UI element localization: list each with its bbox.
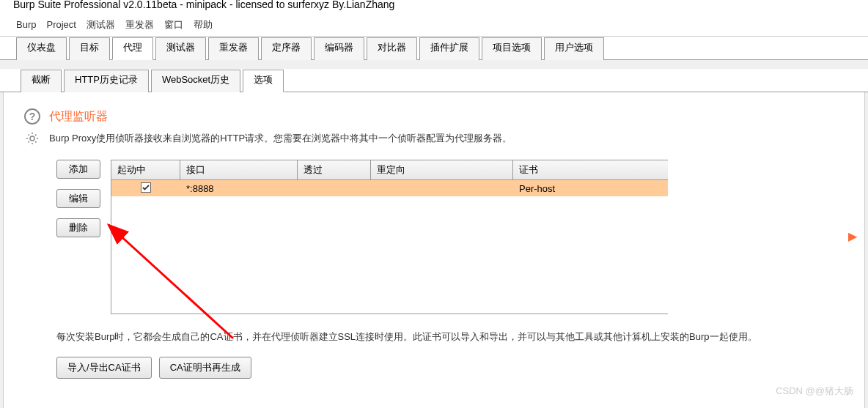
tab-proxy[interactable]: 代理 [112, 37, 153, 60]
td-interface: *:8888 [180, 182, 298, 196]
section-description: Burp Proxy使用侦听器接收来自浏览器的HTTP请求。您需要在浏览器中将其… [49, 132, 512, 145]
sub-tabs: 截断 HTTP历史记录 WebSocket历史 选项 [0, 69, 868, 92]
tab-tester[interactable]: 测试器 [155, 37, 206, 60]
tab-repeater[interactable]: 重发器 [208, 37, 259, 60]
table-empty-area [111, 196, 668, 314]
regenerate-ca-button[interactable]: CA证明书再生成 [159, 357, 251, 379]
td-certificate: Per-host [513, 182, 667, 196]
tab-project-options[interactable]: 项目选项 [482, 37, 542, 60]
ca-description: 每次安装Burp时，它都会生成自己的CA证书，并在代理侦听器建立SSL连接时使用… [56, 330, 844, 344]
menu-burp[interactable]: Burp [16, 19, 36, 30]
add-button[interactable]: 添加 [56, 160, 100, 179]
section-title: 代理监听器 [49, 109, 108, 125]
listener-panel: 添加 编辑 删除 起动中 接口 透过 重定向 证书 *:8888 [56, 160, 844, 314]
delete-button[interactable]: 删除 [56, 218, 100, 237]
subtab-options[interactable]: 选项 [243, 70, 284, 92]
table-header: 起动中 接口 透过 重定向 证书 [111, 160, 668, 180]
svg-point-0 [30, 136, 34, 141]
checkbox-checked-icon[interactable] [141, 182, 151, 193]
th-interface[interactable]: 接口 [180, 160, 298, 179]
subtab-http-history[interactable]: HTTP历史记录 [64, 70, 149, 92]
table-row[interactable]: *:8888 Per-host [111, 180, 668, 196]
tab-extender[interactable]: 插件扩展 [419, 37, 479, 60]
th-certificate[interactable]: 证书 [513, 160, 667, 179]
menu-project[interactable]: Project [46, 19, 76, 30]
menu-bar: Burp Project 测试器 重发器 窗口 帮助 [0, 13, 868, 37]
watermark: CSDN @@猪大肠 [776, 385, 853, 398]
ca-section: 每次安装Burp时，它都会生成自己的CA证书，并在代理侦听器建立SSL连接时使用… [56, 330, 844, 379]
tab-user-options[interactable]: 用户选项 [544, 37, 604, 60]
th-invisible[interactable]: 透过 [298, 160, 371, 179]
content-area: ? 代理监听器 Burp Proxy使用侦听器接收来自浏览器的HTTP请求。您需… [3, 92, 865, 408]
menu-repeater[interactable]: 重发器 [125, 18, 154, 31]
td-invisible [298, 187, 371, 190]
ca-buttons: 导入/导出CA证书 CA证明书再生成 [56, 357, 844, 379]
th-redirect[interactable]: 重定向 [371, 160, 513, 179]
th-running[interactable]: 起动中 [111, 160, 180, 179]
listener-table: 起动中 接口 透过 重定向 证书 *:8888 Per-host [111, 160, 668, 314]
section-desc-row: Burp Proxy使用侦听器接收来自浏览器的HTTP请求。您需要在浏览器中将其… [24, 130, 844, 146]
tab-sequencer[interactable]: 定序器 [261, 37, 312, 60]
scroll-right-icon[interactable]: ▶ [848, 229, 857, 243]
td-running[interactable] [111, 181, 180, 196]
help-icon[interactable]: ? [24, 108, 40, 125]
window-title: Burp Suite Professional v2.0.11beta - mi… [13, 0, 394, 10]
tab-comparer[interactable]: 对比器 [367, 37, 417, 60]
td-redirect [371, 187, 513, 190]
subtab-intercept[interactable]: 截断 [21, 70, 62, 92]
panel-buttons: 添加 编辑 删除 [56, 160, 100, 314]
tab-dashboard[interactable]: 仪表盘 [16, 37, 67, 60]
title-bar: Burp Suite Professional v2.0.11beta - mi… [0, 0, 868, 13]
tab-decoder[interactable]: 编码器 [314, 37, 364, 60]
menu-tester[interactable]: 测试器 [87, 18, 115, 31]
gear-icon[interactable] [24, 130, 40, 146]
main-tabs: 仪表盘 目标 代理 测试器 重发器 定序器 编码器 对比器 插件扩展 项目选项 … [0, 37, 868, 60]
edit-button[interactable]: 编辑 [56, 189, 100, 208]
import-export-ca-button[interactable]: 导入/导出CA证书 [56, 357, 152, 379]
section-header: ? 代理监听器 [24, 108, 844, 125]
menu-help[interactable]: 帮助 [194, 18, 213, 31]
tab-target[interactable]: 目标 [69, 37, 110, 60]
menu-window[interactable]: 窗口 [164, 18, 183, 31]
subtab-ws-history[interactable]: WebSocket历史 [151, 70, 240, 92]
